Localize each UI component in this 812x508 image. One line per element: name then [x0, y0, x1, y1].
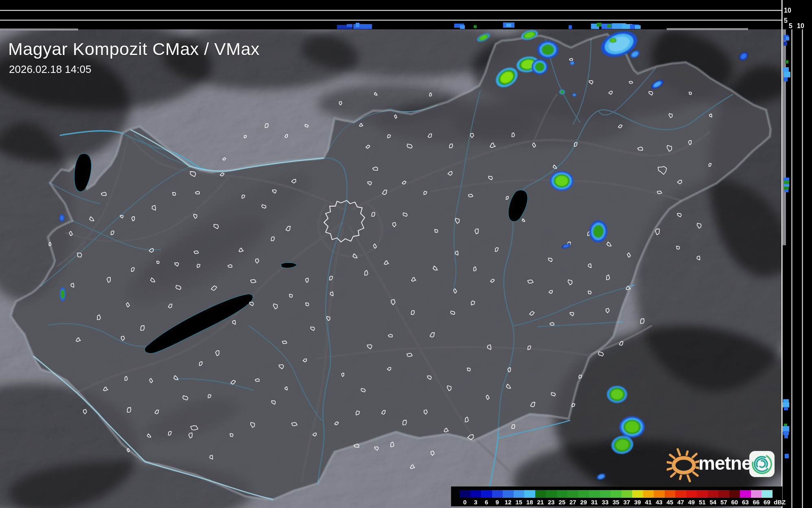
right-strip-echo [784, 178, 789, 181]
top-strip-echo [460, 25, 465, 29]
right-strip-echo [783, 431, 789, 435]
radar-echo-layer [571, 62, 574, 65]
scale-tick-label: 49 [686, 499, 697, 506]
radar-app-window: 10 5 5 10 Magyar Kompozit CMax / VMax 20… [0, 0, 812, 508]
scale-swatch [492, 490, 503, 498]
sun-ray [667, 468, 671, 470]
scale-tick-label: 21 [535, 499, 546, 506]
radar-echo-layer [625, 421, 639, 433]
scale-tick-label: 27 [567, 499, 578, 506]
radar-echo-layer [560, 90, 564, 94]
top-strip-echo [597, 23, 602, 26]
colorbar-tick-labels: 0369121518212325272931333537394143454749… [460, 499, 773, 506]
scale-tick-label: 9 [492, 499, 503, 506]
radar-map-canvas: 10 5 5 10 [0, 0, 812, 508]
right-strip-echo [784, 184, 789, 187]
scale-tick-label: 43 [654, 499, 665, 506]
right-strip-echo [783, 67, 789, 72]
radar-echo-layer [535, 62, 544, 71]
scale-tick-label: 66 [751, 499, 762, 506]
radar-echo [60, 287, 66, 301]
scale-tick-label: 29 [578, 499, 589, 506]
sun-ray [667, 462, 671, 463]
sun-icon [667, 445, 699, 482]
radar-echo [559, 90, 565, 95]
scale-tick-label: 37 [622, 499, 633, 506]
scale-tick-label: 31 [589, 499, 600, 506]
scale-swatch [729, 490, 740, 498]
radar-echo-layer [555, 176, 568, 186]
radar-echo-layer [61, 289, 65, 299]
sun-ray [694, 473, 698, 476]
scale-tick-label: 60 [729, 499, 740, 506]
scale-tick-label: 45 [665, 499, 676, 506]
top-strip-echo [474, 25, 477, 28]
top-strip-echo [635, 25, 641, 29]
right-strip-echo [784, 187, 789, 190]
scale-tick-label: 0 [460, 499, 471, 506]
radar-echo [59, 214, 64, 222]
sun-ray [688, 475, 690, 481]
scale-swatch [514, 490, 525, 498]
right-strip-echo [784, 190, 788, 192]
right-axis-label-10: 10 [797, 22, 804, 29]
sun-ray [687, 451, 687, 455]
metnet-app-icon [749, 451, 775, 477]
right-strip-echo [784, 407, 788, 410]
page-title: Magyar Kompozit CMax / VMax [8, 39, 260, 59]
scale-tick-label: 18 [524, 499, 535, 506]
scale-swatch [611, 490, 622, 498]
sun-ray [693, 454, 696, 457]
top-strip-echo [569, 25, 572, 29]
scale-swatch [718, 490, 729, 498]
colorbar-swatches [460, 490, 773, 498]
scale-swatch [708, 490, 719, 498]
right-strip-echo [784, 424, 787, 426]
scale-swatch [600, 490, 611, 498]
radar-echo [550, 171, 573, 191]
scale-swatch [643, 490, 654, 498]
scale-tick-label: 35 [611, 499, 622, 506]
scale-tick-label: 33 [600, 499, 611, 506]
metnet-logo: metnet [667, 445, 777, 482]
scale-swatch [665, 490, 676, 498]
scale-tick-label: 63 [740, 499, 751, 506]
scale-tick-label: 3 [471, 499, 482, 506]
scale-swatch [471, 490, 482, 498]
scale-swatch [632, 490, 643, 498]
radar-echo-layer [60, 216, 63, 220]
scale-swatch [675, 490, 686, 498]
timestamp: 2026.02.18 14:05 [9, 63, 91, 76]
top-axis-label-10: 10 [784, 7, 791, 14]
scale-swatch [654, 490, 665, 498]
radar-echo-layer [611, 389, 623, 400]
sun-ray [670, 455, 674, 458]
right-strip-echo [785, 60, 788, 64]
colorbar-unit-label: dBZ [774, 499, 786, 506]
scale-tick-label: 12 [503, 499, 514, 506]
radar-echo-layer [611, 39, 615, 42]
scale-tick-label: 41 [643, 499, 654, 506]
top-strip-echo [506, 24, 511, 27]
scale-tick-label: 69 [762, 499, 773, 506]
radar-echo-layer [573, 94, 576, 96]
top-strip-echo [347, 24, 352, 27]
scale-swatch [751, 490, 762, 498]
scale-tick-label: 25 [557, 499, 568, 506]
right-strip-echo [784, 180, 789, 185]
radar-echo [609, 38, 617, 43]
scale-tick-label: 15 [514, 499, 525, 506]
scale-swatch [686, 490, 697, 498]
right-axis-label-5: 5 [789, 22, 792, 29]
scale-tick-label: 57 [718, 499, 729, 506]
scale-swatch [460, 490, 471, 498]
scale-swatch [762, 490, 773, 498]
top-axis-label-5: 5 [784, 17, 788, 24]
scale-swatch [503, 490, 514, 498]
radar-echo-layer [542, 44, 554, 55]
scale-swatch [589, 490, 600, 498]
scale-swatch [535, 490, 546, 498]
scale-swatch [622, 490, 633, 498]
sun-ray [671, 473, 675, 476]
top-cross-section [0, 0, 782, 31]
